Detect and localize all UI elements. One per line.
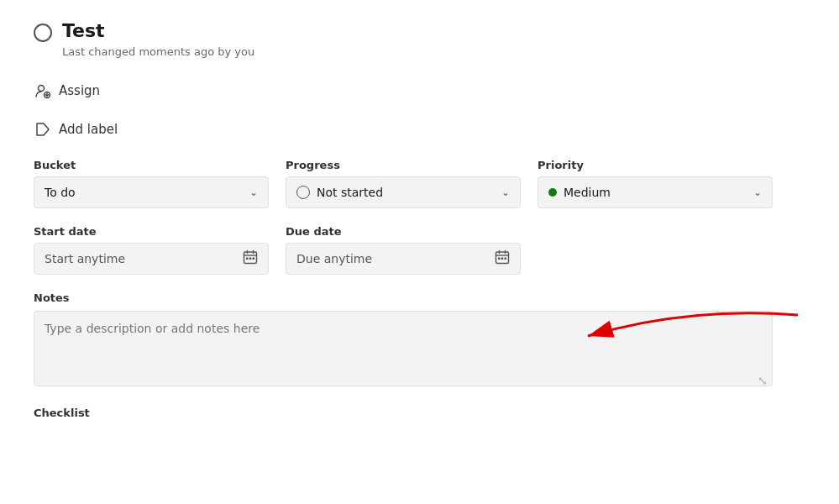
fields-row-2: Start date Start anytime [34,225,773,275]
svg-rect-5 [253,258,255,260]
checklist-label: Checklist [34,407,773,419]
progress-value-wrapper: Not started [296,186,383,199]
svg-rect-9 [505,258,507,260]
notes-section: Notes ⤡ [34,291,773,390]
progress-field: Progress Not started ⌄ [286,159,521,208]
due-date-field: Due date Due anytime [286,225,521,275]
priority-select[interactable]: Medium ⌄ [537,176,773,208]
priority-field: Priority Medium ⌄ [537,159,773,208]
fields-section: Bucket To do ⌄ Progress Not started ⌄ [34,159,773,275]
svg-rect-3 [246,258,249,260]
bucket-label: Bucket [34,159,269,171]
notes-wrapper: ⤡ [34,311,773,390]
progress-select[interactable]: Not started ⌄ [286,176,521,208]
notes-label: Notes [34,291,773,304]
priority-label: Priority [537,159,773,171]
svg-rect-4 [249,258,252,260]
due-date-picker[interactable]: Due anytime [286,243,521,275]
add-label-label: Add label [59,122,118,137]
bucket-value: To do [45,186,76,199]
priority-value: Medium [564,186,611,199]
progress-circle-icon [296,186,310,199]
task-title: Test [62,20,105,41]
bucket-chevron-icon: ⌄ [249,186,258,198]
due-date-placeholder: Due anytime [296,252,372,265]
fields-row-1: Bucket To do ⌄ Progress Not started ⌄ [34,159,773,208]
start-date-placeholder: Start anytime [45,252,125,265]
progress-chevron-icon: ⌄ [501,186,510,198]
due-date-label: Due date [286,225,521,238]
bucket-select[interactable]: To do ⌄ [34,176,269,208]
bucket-field: Bucket To do ⌄ [34,159,269,208]
start-date-label: Start date [34,225,269,238]
label-icon [34,120,52,139]
start-date-field: Start date Start anytime [34,225,269,275]
priority-chevron-icon: ⌄ [753,186,762,198]
progress-value: Not started [317,186,383,199]
assign-icon [34,81,52,100]
due-date-calendar-icon [495,249,510,268]
task-meta: Last changed moments ago by you [62,45,773,58]
start-date-calendar-icon [243,249,258,268]
assign-row[interactable]: Assign [34,78,773,103]
start-date-picker[interactable]: Start anytime [34,243,269,275]
svg-rect-8 [501,258,504,260]
priority-dot-icon [548,188,557,197]
add-label-row[interactable]: Add label [34,117,773,142]
task-complete-circle[interactable] [34,24,52,42]
progress-label: Progress [286,159,521,171]
svg-point-0 [39,86,45,92]
svg-rect-7 [498,258,501,260]
assign-label: Assign [59,83,100,98]
notes-textarea[interactable] [34,311,773,386]
resize-handle-icon: ⤡ [758,375,768,386]
priority-value-wrapper: Medium [548,186,611,199]
